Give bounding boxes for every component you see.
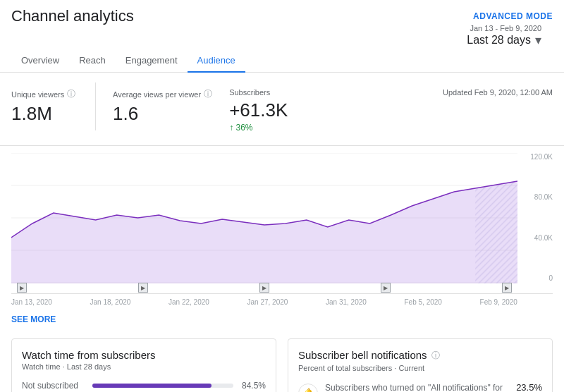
metrics-row: Unique viewers ⓘ 1.8M Average views per … (0, 73, 564, 146)
bar-label-not-subscribed: Not subscribed (22, 381, 85, 391)
video-marker-1[interactable]: ▶ (17, 283, 27, 293)
tab-reach[interactable]: Reach (69, 49, 116, 73)
video-marker-3[interactable]: ▶ (259, 283, 269, 293)
unique-viewers-label: Unique viewers (11, 90, 64, 99)
subscribers-metric: Subscribers +61.3K ↑ 36% (229, 82, 314, 138)
watch-time-title: Watch time from subscribers (22, 349, 266, 361)
x-label-3: Jan 27, 2020 (247, 298, 288, 306)
y-label-2: 40.0K (519, 234, 553, 242)
notifications-title-row: Subscriber bell notifications ⓘ (298, 349, 542, 362)
notif-right-0: 23.5% (366.1K) (513, 382, 542, 392)
date-range-selector[interactable]: Last 28 days ▾ (467, 32, 541, 48)
tab-overview[interactable]: Overview (11, 49, 69, 73)
bar-fill-not-subscribed (92, 384, 212, 388)
date-range-label: Jan 13 - Feb 9, 2020 (467, 24, 541, 32)
notifications-subtitle: Percent of total subscribers · Current (298, 364, 542, 372)
notifications-card: Subscriber bell notifications ⓘ Percent … (288, 338, 553, 392)
x-label-6: Feb 9, 2020 (480, 298, 517, 306)
avg-views-value: 1.6 (113, 103, 212, 125)
app-container: Channel analytics ADVANCED MODE Jan 13 -… (0, 0, 564, 392)
update-info: Updated Feb 9, 2020, 12:00 AM (443, 82, 553, 97)
advanced-mode-button[interactable]: ADVANCED MODE (467, 11, 553, 21)
notif-stat-0: 23.5% (513, 382, 542, 392)
bar-track-not-subscribed (92, 384, 233, 388)
tab-audience[interactable]: Audience (188, 49, 245, 73)
chart-section: 120.0K 80.0K 40.0K 0 (0, 146, 564, 309)
x-label-1: Jan 18, 2020 (90, 298, 131, 306)
subscribers-value: +61.3K (229, 99, 297, 121)
notifications-info-icon[interactable]: ⓘ (431, 350, 440, 362)
avg-views-info-icon[interactable]: ⓘ (204, 88, 212, 100)
avg-views-label: Average views per viewer (113, 90, 201, 99)
dropdown-arrow-icon: ▾ (535, 32, 541, 48)
video-markers-row: ▶ ▶ ▶ ▶ ▶ (11, 281, 517, 293)
avg-views-metric: Average views per viewer ⓘ 1.6 (113, 82, 229, 130)
notification-row-0: 🔔 Subscribers who turned on "All notific… (298, 382, 542, 392)
x-label-2: Jan 22, 2020 (168, 298, 209, 306)
x-label-0: Jan 13, 2020 (11, 298, 52, 306)
x-axis-labels: Jan 13, 2020 Jan 18, 2020 Jan 22, 2020 J… (11, 294, 553, 306)
tab-engagement[interactable]: Engagement (116, 49, 188, 73)
chart-see-more-button[interactable]: SEE MORE (0, 309, 564, 330)
y-axis-labels: 120.0K 80.0K 40.0K 0 (519, 153, 553, 293)
chart-svg (11, 153, 517, 283)
bell-icon-0: 🔔 (298, 384, 318, 392)
bar-row-not-subscribed: Not subscribed 84.5% (22, 381, 266, 391)
header: Channel analytics ADVANCED MODE Jan 13 -… (0, 0, 564, 48)
watch-time-subtitle: Watch time · Last 28 days (22, 362, 266, 371)
y-label-1: 0 (519, 274, 553, 282)
bottom-section: Watch time from subscribers Watch time ·… (0, 330, 564, 392)
video-marker-4[interactable]: ▶ (381, 283, 391, 293)
watch-time-card: Watch time from subscribers Watch time ·… (11, 338, 276, 392)
tabs-container: Overview Reach Engagement Audience (0, 49, 564, 73)
unique-viewers-metric: Unique viewers ⓘ 1.8M (11, 82, 96, 130)
x-label-5: Feb 5, 2020 (405, 298, 442, 306)
subscribers-change: ↑ 36% (229, 123, 297, 133)
date-range-value-text: Last 28 days (467, 34, 531, 47)
subscribers-label: Subscribers (229, 88, 270, 97)
bar-value-not-subscribed: 84.5% (240, 381, 266, 391)
notifications-title: Subscriber bell notifications (298, 349, 427, 361)
date-range-section: Jan 13 - Feb 9, 2020 Last 28 days ▾ (467, 24, 553, 48)
video-marker-5[interactable]: ▶ (502, 283, 512, 293)
unique-viewers-value: 1.8M (11, 103, 78, 125)
unique-viewers-info-icon[interactable]: ⓘ (67, 88, 75, 100)
x-label-4: Jan 31, 2020 (326, 298, 367, 306)
chart-container: 120.0K 80.0K 40.0K 0 (11, 153, 553, 294)
page-title: Channel analytics (11, 7, 134, 25)
notif-text-0: Subscribers who turned on "All notificat… (325, 382, 505, 392)
y-label-3: 80.0K (519, 193, 553, 201)
y-label-4: 120.0K (519, 153, 553, 161)
chart-area: ▶ ▶ ▶ ▶ ▶ (11, 153, 517, 293)
video-marker-2[interactable]: ▶ (138, 283, 148, 293)
